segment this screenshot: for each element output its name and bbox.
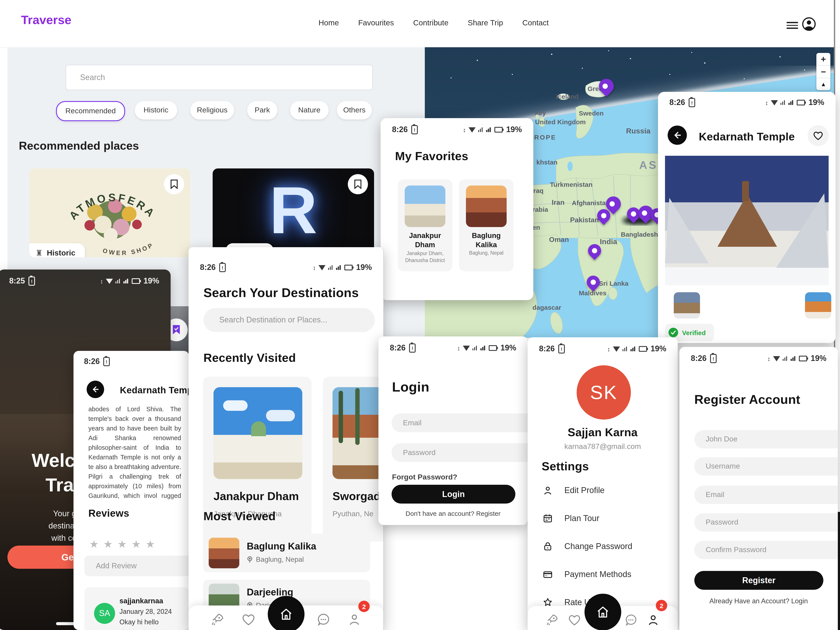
updown-arrows-icon: ↕ xyxy=(767,355,771,362)
svg-text:khstan: khstan xyxy=(536,159,557,166)
detail-photo xyxy=(665,156,829,285)
most-viewed-title: Most Viewed xyxy=(204,510,276,523)
recent-card[interactable]: Sworgad Pyuthan, Ne xyxy=(323,377,384,542)
profile-avatar[interactable]: SK xyxy=(576,365,631,420)
settings-item-payment-methods[interactable]: Payment Methods xyxy=(543,569,631,580)
favorites-heart-icon[interactable] xyxy=(242,613,256,626)
forgot-password-link[interactable]: Forgot Password? xyxy=(392,473,457,482)
chip-religious[interactable]: Religious xyxy=(190,101,234,120)
svg-text:Sweden: Sweden xyxy=(579,110,603,117)
favorites-heart-icon[interactable] xyxy=(568,614,581,626)
settings-item-change-password[interactable]: Change Password xyxy=(543,541,632,552)
username-field[interactable] xyxy=(694,457,838,475)
profile-icon[interactable] xyxy=(647,613,660,627)
signal-icon xyxy=(789,100,793,105)
home-nav-button[interactable] xyxy=(268,596,305,630)
photo-thumbnail[interactable] xyxy=(674,292,700,319)
search-title: Search Your Destinations xyxy=(204,286,359,300)
site-search-input[interactable] xyxy=(66,65,373,90)
signal-icon xyxy=(336,265,341,270)
zoom-in-button[interactable]: + xyxy=(816,53,831,66)
settings-title: Settings xyxy=(542,460,589,474)
status-time: 8:26 xyxy=(390,343,406,353)
site-logo[interactable]: Traverse xyxy=(21,13,71,27)
confirm-password-field[interactable] xyxy=(694,541,838,559)
register-button[interactable]: Register xyxy=(694,571,823,590)
chip-nature[interactable]: Nature xyxy=(290,101,328,120)
place-image xyxy=(405,185,445,227)
reviewer-name: sajjankarnaa xyxy=(120,597,163,605)
nav-item-home[interactable]: Home xyxy=(319,18,339,28)
svg-text:Pakistan: Pakistan xyxy=(570,216,599,224)
place-card-r[interactable]: R Park xyxy=(213,169,374,257)
photo-thumbnail[interactable] xyxy=(805,292,831,319)
svg-text:Oman: Oman xyxy=(549,235,569,243)
email-field[interactable] xyxy=(392,414,527,432)
battery-alert-icon: ! xyxy=(103,357,110,366)
chat-icon[interactable] xyxy=(316,613,330,627)
place-location: Baglung, Nepal xyxy=(463,250,510,256)
home-icon xyxy=(595,605,610,619)
hamburger-icon[interactable] xyxy=(786,20,798,30)
settings-item-plan-tour[interactable]: Plan Tour xyxy=(543,513,599,524)
updown-arrows-icon: ↕ xyxy=(607,346,610,352)
explore-rocket-icon[interactable] xyxy=(210,613,224,627)
section-title: Recommended places xyxy=(19,139,139,153)
register-link[interactable]: Don't have an account? Register xyxy=(379,510,527,517)
bookmark-button[interactable] xyxy=(164,174,184,194)
review-date: January 28, 2024 xyxy=(120,608,172,616)
review-text: Okay hi hello xyxy=(120,618,159,626)
nav-item-favourites[interactable]: Favourites xyxy=(358,18,394,28)
chat-icon[interactable] xyxy=(624,613,638,627)
nav-item-contribute[interactable]: Contribute xyxy=(413,18,448,28)
credit-card-icon xyxy=(543,569,553,580)
home-icon xyxy=(279,607,294,622)
signal-icon xyxy=(123,279,128,284)
svg-text:ROPE: ROPE xyxy=(534,134,556,141)
status-time: 8:26 xyxy=(669,98,685,107)
settings-item-edit-profile[interactable]: Edit Profile xyxy=(543,485,605,496)
nav-item-contact[interactable]: Contact xyxy=(523,18,549,28)
favorite-card[interactable]: Janakpur Dham Janakpur Dham, Dhanusha Di… xyxy=(398,179,452,271)
bookmark-button[interactable] xyxy=(348,174,368,194)
fullname-field[interactable] xyxy=(694,430,838,448)
status-time: 8:25 xyxy=(9,276,25,286)
password-field[interactable] xyxy=(694,513,838,532)
back-button[interactable] xyxy=(87,381,104,398)
review-stars: ★ ★ ★ ★ ★ xyxy=(120,627,170,630)
svg-text:Iran: Iran xyxy=(552,198,565,206)
password-field[interactable] xyxy=(392,443,527,462)
chip-recommended[interactable]: Recommended xyxy=(56,101,125,121)
place-name: Janakpur Dham xyxy=(399,231,451,249)
battery-percent: 19% xyxy=(501,343,516,353)
place-name: Baglung Kalika xyxy=(461,231,512,249)
detail-overlay-screen: 8:26! Kedarnath Temple abodes of Lord Sh… xyxy=(74,351,189,630)
most-viewed-item[interactable]: Baglung Kalika Baglung, Nepal xyxy=(203,534,370,572)
login-button[interactable]: Login xyxy=(392,485,515,504)
profile-name: Sajjan Karna xyxy=(527,426,678,439)
login-title: Login xyxy=(392,379,429,395)
battery-percent: 19% xyxy=(811,354,826,363)
account-avatar-icon[interactable] xyxy=(802,17,816,32)
zoom-out-button[interactable]: − xyxy=(816,66,831,78)
place-card-atmosfera[interactable]: ATMOSFERA OWER SHOP ♜ Historic xyxy=(29,169,190,257)
rating-star-input[interactable]: ★ ★ ★ ★ ★ xyxy=(89,538,156,550)
nav-item-share-trip[interactable]: Share Trip xyxy=(468,18,503,28)
updown-arrows-icon: ↕ xyxy=(463,126,466,133)
destination-search-input[interactable] xyxy=(204,308,375,332)
pan-up-button[interactable]: ▲ xyxy=(816,78,831,90)
chip-historic[interactable]: Historic xyxy=(135,101,177,120)
explore-rocket-icon[interactable] xyxy=(545,613,559,627)
home-nav-button[interactable] xyxy=(584,594,621,630)
login-link[interactable]: Already Have an Account? Login xyxy=(679,597,838,605)
add-review-input[interactable] xyxy=(84,556,189,576)
signal-icon xyxy=(472,346,477,351)
chip-others[interactable]: Others xyxy=(337,101,372,120)
svg-text:OWER SHOP: OWER SHOP xyxy=(102,241,155,256)
favorite-card[interactable]: Baglung Kalika Baglung, Nepal xyxy=(459,179,514,271)
favorite-heart-button[interactable] xyxy=(808,125,829,146)
svg-text:en: en xyxy=(532,224,540,231)
chip-park[interactable]: Park xyxy=(247,101,277,120)
email-field[interactable] xyxy=(694,486,838,504)
profile-icon[interactable] xyxy=(347,613,362,627)
